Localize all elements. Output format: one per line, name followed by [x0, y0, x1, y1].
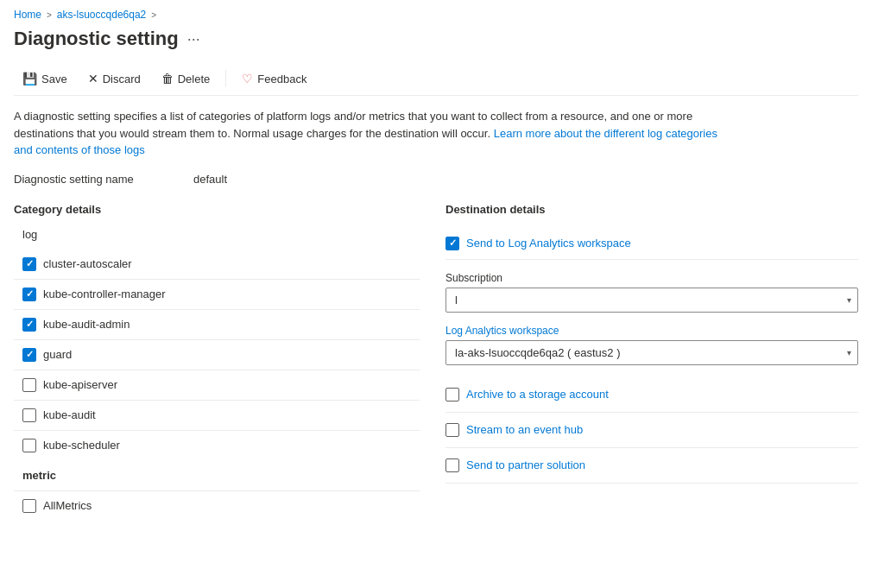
checkbox-storage-account[interactable] [445, 388, 459, 401]
page-title-row: Diagnostic setting ··· [14, 28, 858, 50]
page-container: Home > aks-lsuoccqde6qa2 > Diagnostic se… [0, 0, 872, 529]
checkbox-partner-solution[interactable] [445, 458, 459, 472]
checkbox-kube-audit[interactable] [22, 408, 36, 422]
checkbox-kube-apiserver[interactable] [22, 378, 36, 392]
save-button[interactable]: 💾 Save [14, 67, 76, 90]
label-kube-apiserver: kube-apiserver [43, 378, 117, 391]
checkbox-kube-scheduler[interactable] [22, 439, 36, 452]
checkbox-cluster-autoscaler[interactable] [22, 257, 36, 271]
category-details-title: Category details [14, 203, 420, 216]
workspace-select-wrapper: la-aks-lsuoccqde6qa2 ( eastus2 ) ▾ [445, 340, 858, 365]
list-item: kube-scheduler [14, 431, 420, 460]
metric-section: metric AllMetrics [14, 469, 420, 521]
storage-account-label: Archive to a storage account [466, 388, 609, 401]
two-column-layout: Category details log cluster-autoscaler … [14, 203, 858, 521]
checkbox-kube-audit-admin[interactable] [22, 318, 36, 332]
label-cluster-autoscaler: cluster-autoscaler [43, 257, 132, 270]
page-title: Diagnostic setting [14, 28, 179, 50]
event-hub-label: Stream to an event hub [466, 423, 583, 436]
event-hub-row[interactable]: Stream to an event hub [445, 413, 858, 448]
destination-details-title: Destination details [445, 203, 858, 216]
list-item: kube-audit [14, 401, 420, 431]
feedback-icon: ♡ [242, 72, 253, 85]
setting-name-value: default [193, 173, 227, 186]
setting-name-row: Diagnostic setting name default [14, 173, 858, 186]
list-item: kube-apiserver [14, 370, 420, 401]
log-section-title: log [14, 228, 420, 241]
label-guard: guard [43, 348, 72, 361]
checkbox-guard[interactable] [22, 348, 36, 362]
discard-label: Discard [103, 73, 141, 85]
partner-solution-label: Send to partner solution [466, 458, 585, 471]
log-items-list: cluster-autoscaler kube-controller-manag… [14, 250, 420, 460]
label-kube-scheduler: kube-scheduler [43, 439, 120, 452]
more-options-icon[interactable]: ··· [187, 30, 200, 48]
discard-button[interactable]: ✕ Discard [79, 67, 149, 90]
subscription-select-wrapper: l ▾ [445, 288, 858, 313]
toolbar-separator [225, 70, 226, 87]
delete-label: Delete [178, 73, 211, 85]
list-item: guard [14, 340, 420, 370]
checkbox-event-hub[interactable] [445, 423, 459, 437]
log-analytics-label: Send to Log Analytics workspace [466, 237, 631, 250]
subscription-select[interactable]: l [445, 288, 858, 313]
workspace-label: Log Analytics workspace [445, 325, 858, 337]
storage-account-row[interactable]: Archive to a storage account [445, 377, 858, 413]
breadcrumb-sep-1: > [47, 10, 52, 20]
toolbar: 💾 Save ✕ Discard 🗑 Delete ♡ Feedback [14, 62, 858, 96]
label-all-metrics: AllMetrics [43, 499, 92, 512]
breadcrumb: Home > aks-lsuoccqde6qa2 > [14, 9, 858, 21]
workspace-select[interactable]: la-aks-lsuoccqde6qa2 ( eastus2 ) [445, 340, 858, 365]
list-item: AllMetrics [14, 491, 420, 521]
list-item: cluster-autoscaler [14, 250, 420, 280]
workspace-group: Log Analytics workspace la-aks-lsuoccqde… [445, 325, 858, 365]
checkbox-kube-controller-manager[interactable] [22, 288, 36, 301]
label-kube-audit: kube-audit [43, 408, 96, 421]
setting-name-label: Diagnostic setting name [14, 173, 186, 186]
metric-section-title: metric [14, 469, 420, 491]
label-kube-audit-admin: kube-audit-admin [43, 318, 130, 331]
log-analytics-row[interactable]: Send to Log Analytics workspace [445, 228, 858, 260]
subscription-label: Subscription [445, 272, 858, 284]
feedback-label: Feedback [257, 73, 306, 85]
description-text: A diagnostic setting specifies a list of… [14, 108, 722, 159]
partner-solution-row[interactable]: Send to partner solution [445, 448, 858, 484]
discard-icon: ✕ [88, 72, 98, 85]
delete-button[interactable]: 🗑 Delete [153, 67, 219, 90]
save-icon: 💾 [22, 72, 37, 85]
label-kube-controller-manager: kube-controller-manager [43, 288, 166, 300]
category-details-panel: Category details log cluster-autoscaler … [14, 203, 437, 521]
save-label: Save [41, 73, 67, 85]
delete-icon: 🗑 [161, 72, 174, 85]
checkbox-log-analytics[interactable] [445, 237, 459, 250]
destination-details-panel: Destination details Send to Log Analytic… [437, 203, 858, 521]
list-item: kube-audit-admin [14, 310, 420, 340]
breadcrumb-home[interactable]: Home [14, 9, 41, 21]
feedback-button[interactable]: ♡ Feedback [233, 67, 315, 90]
list-item: kube-controller-manager [14, 280, 420, 310]
breadcrumb-resource[interactable]: aks-lsuoccqde6qa2 [57, 9, 146, 21]
checkbox-all-metrics[interactable] [22, 499, 36, 513]
subscription-group: Subscription l ▾ [445, 272, 858, 313]
breadcrumb-sep-2: > [151, 10, 156, 20]
